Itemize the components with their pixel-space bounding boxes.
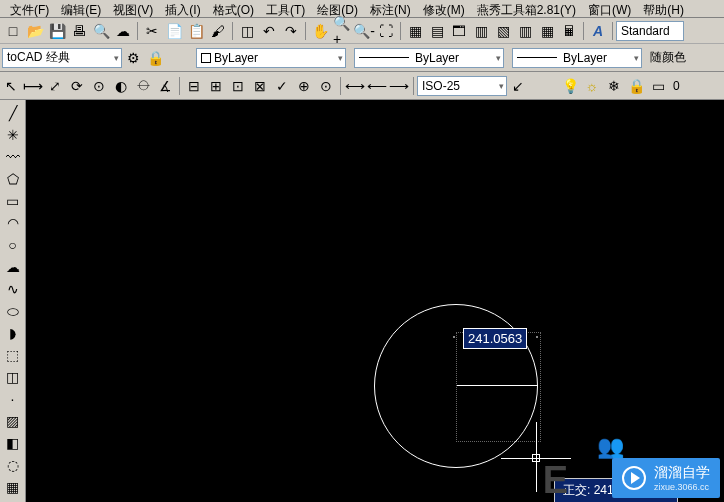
menu-edit[interactable]: 编辑(E): [55, 0, 107, 17]
undo-icon[interactable]: ↶: [259, 21, 279, 41]
ext-point: [536, 336, 538, 338]
dim-continue-icon[interactable]: ⊡: [228, 76, 248, 96]
preview-icon[interactable]: 🔍: [91, 21, 111, 41]
linetype-preview: [359, 57, 409, 58]
dropdown-icon: ▾: [114, 53, 119, 63]
centermark-icon[interactable]: ⊙: [316, 76, 336, 96]
block-editor-icon[interactable]: ◫: [237, 21, 257, 41]
save-icon[interactable]: 💾: [47, 21, 67, 41]
copy-icon[interactable]: 📄: [164, 21, 184, 41]
menu-modify[interactable]: 修改(M): [417, 0, 471, 17]
table-icon[interactable]: ▦: [537, 21, 557, 41]
linetype-combo[interactable]: ByLayer ▾: [354, 48, 504, 68]
table-draw-icon[interactable]: ▦: [3, 477, 23, 497]
ext-point: [453, 336, 455, 338]
dim-ordinate-icon[interactable]: ⊙: [89, 76, 109, 96]
print-icon[interactable]: 🖶: [69, 21, 89, 41]
redo-icon[interactable]: ↷: [281, 21, 301, 41]
polyline-icon[interactable]: 〰: [3, 147, 23, 167]
dimupdate-icon[interactable]: ⟶: [389, 76, 409, 96]
drawing-canvas[interactable]: 241.0563 正交: 241.0563 < 0° E 👥 溜溜自学 zixu…: [26, 100, 724, 502]
menu-bar: 文件(F) 编辑(E) 视图(V) 插入(I) 格式(O) 工具(T) 绘图(D…: [0, 0, 724, 18]
freeze-icon[interactable]: ❄: [604, 76, 624, 96]
menu-view[interactable]: 视图(V): [107, 0, 159, 17]
workspace-settings-icon[interactable]: ⚙: [123, 48, 143, 68]
brand-watermark: 溜溜自学 zixue.3066.cc: [612, 458, 720, 498]
ellipse-icon[interactable]: ⬭: [3, 301, 23, 321]
spline-icon[interactable]: ∿: [3, 279, 23, 299]
menu-file[interactable]: 文件(F): [4, 0, 55, 17]
open-icon[interactable]: 📂: [25, 21, 45, 41]
region-icon[interactable]: ◌: [3, 455, 23, 475]
zoom-previous-icon[interactable]: 🔍-: [354, 21, 374, 41]
menu-insert[interactable]: 插入(I): [159, 0, 206, 17]
cut-icon[interactable]: ✂: [142, 21, 162, 41]
gradient-icon[interactable]: ◧: [3, 433, 23, 453]
design-center-icon[interactable]: ▤: [427, 21, 447, 41]
quickcalc-icon[interactable]: ▥: [515, 21, 535, 41]
publish-icon[interactable]: ☁: [113, 21, 133, 41]
dim-break-icon[interactable]: ✓: [272, 76, 292, 96]
text-style-combo[interactable]: Standard: [616, 21, 684, 41]
tolerance-icon[interactable]: ⊕: [294, 76, 314, 96]
markup-icon[interactable]: ▧: [493, 21, 513, 41]
dim-space-icon[interactable]: ⊠: [250, 76, 270, 96]
watermark-letter: E: [543, 459, 568, 502]
calc-icon[interactable]: 🖩: [559, 21, 579, 41]
layer-name: ByLayer: [214, 51, 258, 65]
text-style-icon[interactable]: A: [588, 21, 608, 41]
line-icon[interactable]: ╱: [3, 103, 23, 123]
new-icon[interactable]: □: [3, 21, 23, 41]
polygon-icon[interactable]: ⬠: [3, 169, 23, 189]
separator: [612, 22, 613, 40]
light-icon[interactable]: 💡: [560, 76, 580, 96]
dim-radius-icon[interactable]: ◐: [111, 76, 131, 96]
dimedit-icon[interactable]: ⟷: [345, 76, 365, 96]
sheetset-icon[interactable]: ▥: [471, 21, 491, 41]
make-block-icon[interactable]: ◫: [3, 367, 23, 387]
dim-baseline-icon[interactable]: ⊞: [206, 76, 226, 96]
select-icon[interactable]: ↖: [1, 76, 21, 96]
zoom-window-icon[interactable]: ⛶: [376, 21, 396, 41]
construction-line-icon[interactable]: ✳: [3, 125, 23, 145]
dim-jogged-icon[interactable]: ⦵: [133, 76, 153, 96]
layer-color-icon[interactable]: ▭: [648, 76, 668, 96]
dimtedit-icon[interactable]: ⟵: [367, 76, 387, 96]
circle-icon[interactable]: ○: [3, 235, 23, 255]
rectangle-icon[interactable]: ▭: [3, 191, 23, 211]
qdim-icon[interactable]: ⊟: [184, 76, 204, 96]
menu-help[interactable]: 帮助(H): [637, 0, 690, 17]
hatch-icon[interactable]: ▨: [3, 411, 23, 431]
separator: [179, 77, 180, 95]
dim-diameter-icon[interactable]: ∡: [155, 76, 175, 96]
pickbox: [532, 454, 540, 462]
menu-format[interactable]: 格式(O): [207, 0, 260, 17]
dimstyle-manager-icon[interactable]: ↙: [508, 76, 528, 96]
point-icon[interactable]: ∙: [3, 389, 23, 409]
paste-icon[interactable]: 📋: [186, 21, 206, 41]
arc-icon[interactable]: ◠: [3, 213, 23, 233]
menu-dimension[interactable]: 标注(N): [364, 0, 417, 17]
pan-icon[interactable]: ✋: [310, 21, 330, 41]
layer-combo[interactable]: ByLayer ▾: [196, 48, 346, 68]
insert-block-icon[interactable]: ⬚: [3, 345, 23, 365]
dim-aligned-icon[interactable]: ⤢: [45, 76, 65, 96]
matchprop-icon[interactable]: 🖌: [208, 21, 228, 41]
menu-express[interactable]: 燕秀工具箱2.81(Y): [471, 0, 582, 17]
properties-icon[interactable]: ▦: [405, 21, 425, 41]
lineweight-combo[interactable]: ByLayer ▾: [512, 48, 642, 68]
workspace-combo[interactable]: toCAD 经典▾: [2, 48, 122, 68]
dynamic-input[interactable]: 241.0563: [463, 328, 527, 349]
dim-linear-icon[interactable]: ⟼: [23, 76, 43, 96]
menu-tools[interactable]: 工具(T): [260, 0, 311, 17]
revcloud-icon[interactable]: ☁: [3, 257, 23, 277]
lock-layer-icon[interactable]: 🔒: [626, 76, 646, 96]
sun-icon[interactable]: ☼: [582, 76, 602, 96]
zoom-realtime-icon[interactable]: 🔍+: [332, 21, 352, 41]
dimstyle-combo[interactable]: ISO-25 ▾: [417, 76, 507, 96]
menu-window[interactable]: 窗口(W): [582, 0, 637, 17]
dim-arc-icon[interactable]: ⟳: [67, 76, 87, 96]
tool-palette-icon[interactable]: 🗔: [449, 21, 469, 41]
ellipse-arc-icon[interactable]: ◗: [3, 323, 23, 343]
workspace-lock-icon[interactable]: 🔒: [145, 48, 165, 68]
